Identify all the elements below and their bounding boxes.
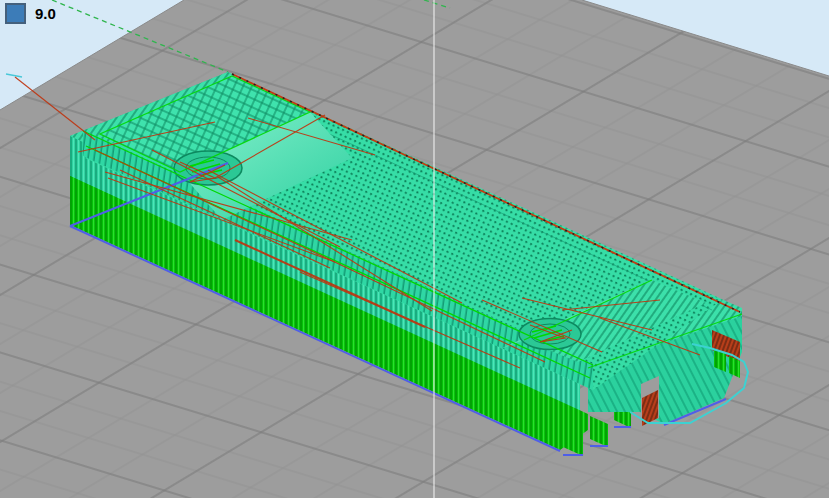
layer-legend-value: 9.0 [35, 3, 56, 24]
layer-legend: 9.0 [5, 3, 56, 24]
slicer-preview-window: 9.0 [0, 0, 829, 498]
layer-color-swatch[interactable] [5, 3, 26, 24]
viewport-3d[interactable] [0, 0, 829, 498]
